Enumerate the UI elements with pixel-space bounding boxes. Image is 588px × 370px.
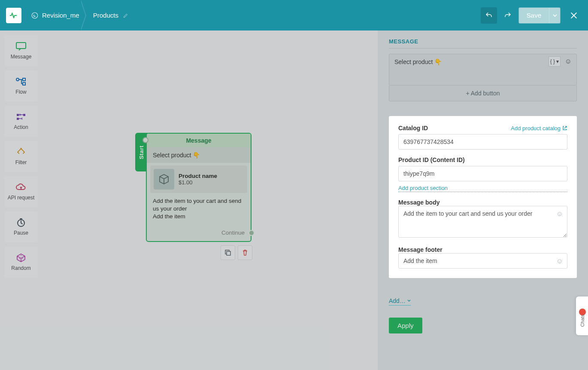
save-dropdown-button[interactable] <box>549 8 560 23</box>
redo-icon <box>504 12 512 19</box>
node-body-text: Add the item to your cart and send us yo… <box>147 196 251 225</box>
delete-node-button[interactable] <box>238 245 252 260</box>
catalog-id-input[interactable] <box>398 134 567 150</box>
product-settings-card: Catalog ID Add product catalog Product I… <box>389 116 577 278</box>
emoji-button-body[interactable]: ☺ <box>556 210 563 218</box>
insert-variable-button[interactable]: { } ▾ <box>549 56 561 67</box>
svg-rect-14 <box>227 251 230 255</box>
apply-button[interactable]: Apply <box>389 318 422 333</box>
node-continue[interactable]: Continue <box>147 225 251 241</box>
emoji-button-footer[interactable]: ☺ <box>556 257 563 265</box>
caret-down-icon <box>553 13 557 18</box>
add-button[interactable]: + Add button <box>389 86 577 101</box>
properties-panel: MESSAGE Select product 👇 { } ▾ ☺ + Add b… <box>378 31 588 370</box>
undo-icon <box>485 12 493 19</box>
node-port-in[interactable] <box>142 137 149 143</box>
node-prompt: Select product 👇 <box>147 147 251 163</box>
redo-button[interactable] <box>500 7 516 24</box>
breadcrumb-project[interactable]: Revision_me <box>27 0 86 31</box>
close-icon <box>570 11 578 20</box>
external-link-icon <box>562 125 567 131</box>
package-icon <box>154 169 174 190</box>
save-button[interactable]: Save <box>519 8 549 23</box>
close-button[interactable] <box>566 7 582 24</box>
whatsapp-icon <box>31 12 39 19</box>
flow-canvas[interactable]: Start Message Select product 👇 Product n… <box>0 31 378 370</box>
duplicate-node-button[interactable] <box>221 245 235 260</box>
product-id-input[interactable] <box>398 166 567 181</box>
node-product-card: Product name $1.00 <box>150 165 247 193</box>
node-title: Message <box>147 134 251 147</box>
panel-title: MESSAGE <box>389 38 577 49</box>
svg-point-0 <box>32 12 38 18</box>
add-product-catalog-link[interactable]: Add product catalog <box>511 125 567 131</box>
message-node[interactable]: Message Select product 👇 Product name $1… <box>146 133 252 242</box>
product-id-label: Product ID (Content ID) <box>398 156 465 163</box>
caret-down-icon <box>407 299 411 303</box>
message-body-label: Message body <box>398 199 567 206</box>
app-logo[interactable] <box>6 8 21 23</box>
message-body-input[interactable] <box>398 206 567 238</box>
trash-icon <box>242 249 249 256</box>
add-product-section-link[interactable]: Add product section <box>398 185 567 192</box>
breadcrumb-project-label: Revision_me <box>42 12 79 19</box>
app-header: Revision_me Products Save <box>0 0 588 31</box>
edit-icon[interactable] <box>123 12 129 18</box>
chats-tab[interactable]: Chats <box>576 297 588 335</box>
breadcrumb-page-label: Products <box>93 12 118 19</box>
message-footer-label: Message footer <box>398 246 567 253</box>
message-footer-input[interactable] <box>398 253 567 269</box>
emoji-button[interactable]: ☺ <box>562 56 574 67</box>
undo-button[interactable] <box>481 7 497 24</box>
pulse-icon <box>9 11 18 20</box>
catalog-id-label: Catalog ID <box>398 125 428 131</box>
node-port-out[interactable] <box>249 230 255 236</box>
breadcrumb-page[interactable]: Products <box>86 0 136 31</box>
add-element-menu[interactable]: Add… <box>389 297 411 306</box>
node-product-price: $1.00 <box>179 179 217 186</box>
copy-icon <box>224 249 231 256</box>
node-product-name: Product name <box>179 173 217 179</box>
chats-label: Chats <box>580 315 585 327</box>
